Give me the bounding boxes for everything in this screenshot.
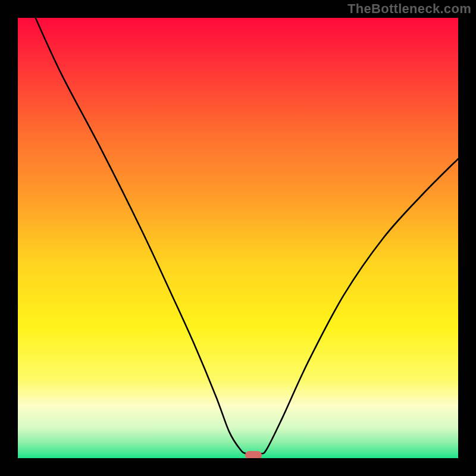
plot-area — [18, 18, 458, 458]
curve-layer — [18, 18, 458, 458]
optimal-marker — [245, 451, 262, 458]
bottleneck-curve — [36, 18, 458, 455]
chart-frame: TheBottleneck.com — [0, 0, 476, 476]
watermark-text: TheBottleneck.com — [347, 1, 471, 17]
